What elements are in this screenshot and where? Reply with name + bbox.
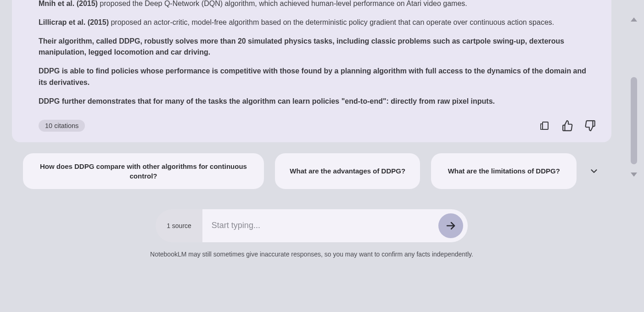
scroll-down-arrow[interactable] bbox=[631, 173, 637, 177]
disclaimer-text: NotebookLM may still sometimes give inac… bbox=[12, 251, 611, 258]
arrow-right-icon bbox=[445, 220, 456, 231]
input-row: 1 source bbox=[12, 209, 611, 242]
suggestions-row: How does DDPG compare with other algorit… bbox=[12, 153, 611, 189]
source-count-badge[interactable]: 1 source bbox=[156, 209, 202, 242]
scrollbar bbox=[623, 0, 644, 312]
send-button[interactable] bbox=[438, 213, 463, 238]
chat-input-capsule bbox=[202, 209, 468, 242]
paragraph-lead: Lillicrap et al. (2015) bbox=[39, 18, 109, 26]
suggestion-chip[interactable]: How does DDPG compare with other algorit… bbox=[23, 153, 264, 189]
paragraph-rest: Their algorithm, called DDPG, robustly s… bbox=[39, 37, 564, 56]
response-paragraph: DDPG is able to find policies whose perf… bbox=[39, 66, 597, 89]
paragraph-rest: DDPG further demonstrates that for many … bbox=[39, 97, 495, 105]
thumbs-up-icon[interactable] bbox=[561, 119, 574, 132]
response-paragraph: Mnih et al. (2015) proposed the Deep Q-N… bbox=[39, 0, 597, 10]
suggestion-chip[interactable]: What are the advantages of DDPG? bbox=[275, 153, 420, 189]
thumbs-down-icon[interactable] bbox=[584, 119, 597, 132]
app-root: Mnih et al. (2015) proposed the Deep Q-N… bbox=[0, 0, 644, 312]
svg-rect-1 bbox=[541, 124, 543, 129]
response-paragraph: Lillicrap et al. (2015) proposed an acto… bbox=[39, 17, 597, 28]
paragraph-rest: proposed the Deep Q-Network (DQN) algori… bbox=[98, 0, 467, 7]
feedback-icons bbox=[538, 119, 597, 132]
main-column: Mnih et al. (2015) proposed the Deep Q-N… bbox=[0, 0, 623, 312]
svg-rect-0 bbox=[543, 122, 548, 129]
response-footer: 10 citations bbox=[39, 119, 597, 132]
scroll-up-arrow[interactable] bbox=[631, 17, 637, 22]
response-card: Mnih et al. (2015) proposed the Deep Q-N… bbox=[12, 0, 611, 142]
chevron-down-icon[interactable] bbox=[588, 165, 600, 178]
paragraph-rest: DDPG is able to find policies whose perf… bbox=[39, 67, 586, 86]
suggestion-chip[interactable]: What are the limitations of DDPG? bbox=[431, 153, 577, 189]
response-paragraph: Their algorithm, called DDPG, robustly s… bbox=[39, 36, 597, 59]
response-paragraph: DDPG further demonstrates that for many … bbox=[39, 96, 597, 107]
paragraph-rest: proposed an actor-critic, model-free alg… bbox=[109, 18, 554, 26]
citations-button[interactable]: 10 citations bbox=[39, 120, 85, 132]
chat-input[interactable] bbox=[208, 221, 438, 230]
scroll-thumb[interactable] bbox=[631, 77, 637, 164]
paragraph-lead: Mnih et al. (2015) bbox=[39, 0, 98, 7]
copy-icon[interactable] bbox=[538, 119, 551, 132]
